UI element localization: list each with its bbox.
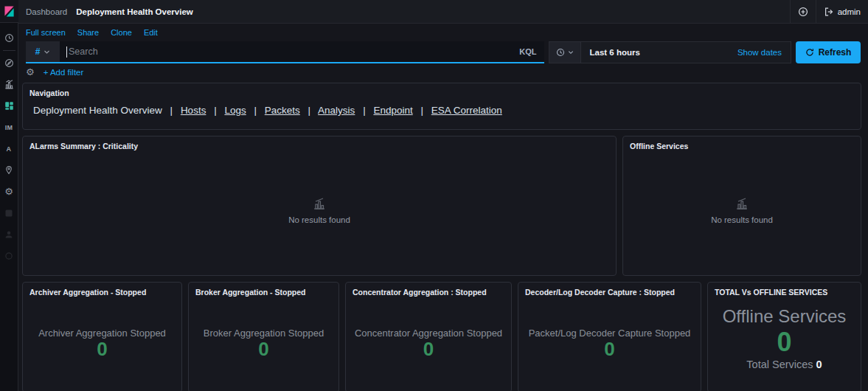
no-results-chart-icon xyxy=(313,197,326,210)
nav-separator: | xyxy=(170,105,173,116)
nav-link-esa-correlation[interactable]: ESA Correlation xyxy=(431,105,502,116)
sidebar-item-a[interactable]: A xyxy=(0,138,18,159)
stat-label: Concentrator Aggregation Stopped xyxy=(355,328,502,339)
logout-button[interactable]: admin xyxy=(824,7,861,17)
stat-body: Archiver Aggregation Stopped 0 xyxy=(23,283,181,391)
app-sidebar: IM A ⚙ xyxy=(0,0,18,391)
disabled-user-icon xyxy=(0,224,18,245)
query-bar: # KQL xyxy=(26,41,544,63)
nav-separator: | xyxy=(254,105,257,116)
offline-services-panel: Offline Services No results found xyxy=(622,136,861,276)
maps-pin-icon[interactable] xyxy=(0,159,18,181)
filter-row: ⚙ + Add filter xyxy=(18,63,868,81)
show-dates-link[interactable]: Show dates xyxy=(649,48,791,57)
management-gear-icon[interactable]: ⚙ xyxy=(0,181,18,202)
dashboard-toolbar: Full screen Share Clone Edit xyxy=(18,24,868,40)
nav-separator: | xyxy=(363,105,366,116)
hash-icon: # xyxy=(35,46,41,57)
header-divider xyxy=(790,0,791,23)
decoder-capture-panel: Decoder/Log Decoder Capture : Stopped Pa… xyxy=(518,282,701,391)
navigation-links: Deployment Health Overview | Hosts | Log… xyxy=(23,97,861,116)
offline-services-headline: Offline Services xyxy=(723,306,847,327)
empty-state-text: No results found xyxy=(711,215,773,224)
alarms-empty-state: No results found xyxy=(23,136,616,275)
stat-value: 0 xyxy=(258,339,268,360)
time-picker: Last 6 hours Show dates xyxy=(549,41,792,63)
logout-icon xyxy=(824,7,834,17)
edit-link[interactable]: Edit xyxy=(144,28,158,37)
nav-separator: | xyxy=(420,105,423,116)
user-name: admin xyxy=(838,7,861,16)
breadcrumb[interactable]: Dashboard xyxy=(26,7,67,16)
concentrator-aggregation-panel: Concentrator Aggregation : Stopped Conce… xyxy=(345,282,512,391)
dashboard-grid-icon[interactable] xyxy=(0,95,18,117)
chevron-down-icon xyxy=(568,49,574,55)
sidebar-divider xyxy=(3,50,15,51)
search-input-wrap: KQL xyxy=(60,41,544,62)
total-services-value: 0 xyxy=(816,359,822,370)
kibana-logo-icon xyxy=(4,6,15,17)
app-window: IM A ⚙ Dashboard Deployment Health Overv… xyxy=(0,0,868,391)
alarms-summary-panel: ALarms Summary : Criticality No results … xyxy=(22,136,617,276)
page-title: Deployment Health Overview xyxy=(76,7,193,16)
empty-state-text: No results found xyxy=(288,215,350,224)
clone-link[interactable]: Clone xyxy=(111,28,132,37)
refresh-button[interactable]: Refresh xyxy=(796,41,861,63)
share-link[interactable]: Share xyxy=(77,28,99,37)
discover-compass-icon[interactable] xyxy=(0,52,18,74)
add-icon[interactable] xyxy=(798,7,808,17)
stat-value: 0 xyxy=(423,339,434,360)
nav-link-analysis[interactable]: Analysis xyxy=(318,105,355,116)
add-filter-link[interactable]: + Add filter xyxy=(44,68,84,77)
refresh-label: Refresh xyxy=(819,47,852,58)
saved-query-menu-button[interactable]: # xyxy=(26,41,60,62)
stat-body: Broker Aggregation Stopped 0 xyxy=(189,283,338,391)
nav-link-hosts[interactable]: Hosts xyxy=(181,105,206,116)
offline-empty-state: No results found xyxy=(623,136,861,275)
top-header-bar: Dashboard Deployment Health Overview adm… xyxy=(18,0,868,24)
kibana-logo[interactable] xyxy=(0,0,18,23)
broker-aggregation-panel: Broker Aggregation - Stopped Broker Aggr… xyxy=(188,282,339,391)
nav-separator: | xyxy=(214,105,217,116)
search-input[interactable] xyxy=(60,46,512,57)
stat-label: Broker Aggregation Stopped xyxy=(204,328,324,339)
time-quick-menu-button[interactable] xyxy=(549,42,581,63)
stat-body: Packet/Log Decoder Capture Stopped 0 xyxy=(518,283,701,391)
nav-link-endpoint[interactable]: Endpoint xyxy=(373,105,412,116)
nav-current-page: Deployment Health Overview xyxy=(33,105,162,116)
total-vs-offline-panel: TOTAL Vs OFFLINE SERVICES Offline Servic… xyxy=(707,282,861,391)
chevron-down-icon xyxy=(44,49,50,55)
disabled-app-icon xyxy=(0,202,18,224)
disabled-circle-icon xyxy=(0,245,18,266)
stat-label: Packet/Log Decoder Capture Stopped xyxy=(529,328,691,339)
recently-viewed-clock-icon[interactable] xyxy=(0,27,18,49)
no-results-chart-icon xyxy=(735,197,749,210)
sidebar-item-im[interactable]: IM xyxy=(0,117,18,138)
nav-separator: | xyxy=(308,105,311,116)
header-divider-2 xyxy=(816,0,816,23)
gear-glyph: ⚙ xyxy=(4,187,13,196)
a-label: A xyxy=(7,145,12,153)
total-services-label: Total Services xyxy=(746,359,813,370)
stat-body: Concentrator Aggregation Stopped 0 xyxy=(346,283,511,391)
im-label: IM xyxy=(5,124,13,131)
stat-value: 0 xyxy=(97,339,107,360)
query-language-button[interactable]: KQL xyxy=(512,47,544,56)
middle-panels-row: ALarms Summary : Criticality No results … xyxy=(22,136,861,276)
text-caret xyxy=(66,46,67,58)
navigation-panel-title: Navigation xyxy=(23,83,861,97)
filter-settings-gear-icon[interactable]: ⚙ xyxy=(26,67,35,77)
main-area: Dashboard Deployment Health Overview adm… xyxy=(18,0,868,391)
full-screen-link[interactable]: Full screen xyxy=(26,28,66,37)
header-actions: admin xyxy=(782,0,861,23)
stats-panels-row: Archiver Aggregation - Stopped Archiver … xyxy=(22,282,861,391)
visualize-chart-icon[interactable] xyxy=(0,74,18,95)
nav-link-packets[interactable]: Packets xyxy=(265,105,300,116)
total-body: Offline Services 0 Total Services 0 xyxy=(708,283,861,391)
time-range-label[interactable]: Last 6 hours xyxy=(581,48,649,57)
total-services-line: Total Services 0 xyxy=(746,359,822,370)
nav-link-logs[interactable]: Logs xyxy=(224,105,246,116)
navigation-panel: Navigation Deployment Health Overview | … xyxy=(22,83,861,130)
offline-services-value: 0 xyxy=(777,327,791,357)
clock-icon xyxy=(556,48,565,57)
